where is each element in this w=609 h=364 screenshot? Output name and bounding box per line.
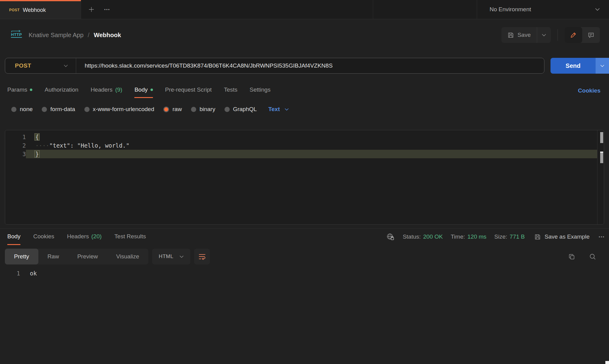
chevron-down-icon [542, 34, 546, 37]
send-split-button: Send [551, 58, 609, 74]
chevron-down-icon [595, 8, 600, 11]
tab-settings[interactable]: Settings [250, 86, 271, 98]
cookies-link[interactable]: Cookies [578, 87, 600, 98]
tab-bar: POST Webhook ••• No Environment [0, 0, 609, 19]
tab-tests[interactable]: Tests [224, 86, 237, 98]
edit-mode-button[interactable] [565, 27, 582, 43]
radio-selected-icon [163, 107, 169, 112]
scrollbar-marker[interactable] [600, 152, 603, 163]
breadcrumb-collection[interactable]: Knative Sample App [29, 32, 83, 39]
view-preview-button[interactable]: Preview [68, 249, 107, 264]
header-divider [558, 29, 558, 41]
line-number: 3 [5, 150, 26, 158]
line-number: 1 [5, 133, 26, 141]
code-text: "text": "Hello, world." [49, 142, 129, 149]
pencil-icon [570, 32, 577, 38]
radio-binary[interactable]: binary [191, 106, 215, 113]
url-input[interactable]: https://hooks.slack.com/services/T06TD83… [76, 62, 333, 69]
save-as-example-button[interactable]: Save as Example [534, 233, 590, 240]
wrap-text-button[interactable] [194, 249, 210, 264]
copy-icon [568, 253, 575, 260]
editor-overview-ruler [597, 130, 597, 224]
environment-selector[interactable]: No Environment [477, 0, 609, 19]
response-status[interactable]: Status: 200 OK [403, 233, 443, 240]
response-view-switch: Pretty Raw Preview Visualize [5, 249, 148, 264]
tab-pre-request-script[interactable]: Pre-request Script [165, 86, 212, 98]
headers-count: (9) [115, 86, 122, 93]
tab-authorization[interactable]: Authorization [44, 86, 78, 98]
radio-icon [11, 107, 16, 112]
response-tab-body[interactable]: Body [7, 233, 20, 245]
scrollbar-marker[interactable] [600, 132, 603, 143]
tab-title: Webhook [23, 7, 46, 13]
radio-graphql[interactable]: GraphQL [225, 106, 257, 113]
wrap-text-icon [198, 253, 206, 260]
radio-icon [191, 107, 196, 112]
raw-language-selector[interactable]: Text [268, 106, 289, 113]
comment-icon [588, 32, 594, 38]
editor-line: 1 { [5, 133, 604, 141]
radio-form-data[interactable]: form-data [42, 106, 75, 113]
view-visualize-button[interactable]: Visualize [107, 249, 148, 264]
breadcrumb-separator: / [88, 32, 90, 39]
response-toolbar: Pretty Raw Preview Visualize HTML [5, 249, 609, 264]
open-brace: { [34, 133, 40, 141]
network-globe-lock-icon[interactable] [386, 233, 395, 241]
view-pretty-button[interactable]: Pretty [5, 249, 38, 264]
radio-raw[interactable]: raw [163, 106, 182, 113]
floppy-disk-icon [508, 32, 514, 38]
tab-body[interactable]: Body [134, 86, 153, 98]
search-response-button[interactable] [589, 253, 596, 260]
save-button[interactable]: Save [501, 27, 537, 43]
chevron-down-icon [285, 108, 289, 111]
floppy-disk-icon [534, 234, 541, 240]
radio-x-www-form-urlencoded[interactable]: x-www-form-urlencoded [84, 106, 154, 113]
request-tabs: Params Authorization Headers (9) Body Pr… [0, 86, 609, 98]
response-format-selector[interactable]: HTML [152, 249, 190, 264]
response-options-button[interactable]: ••• [599, 235, 605, 239]
breadcrumb-request-name[interactable]: Webhook [94, 32, 121, 39]
comments-button[interactable] [582, 27, 600, 43]
body-type-selector: none form-data x-www-form-urlencoded raw… [0, 106, 609, 113]
line-number: 1 [0, 269, 20, 278]
tab-headers[interactable]: Headers (9) [90, 86, 122, 98]
chevron-down-icon [600, 65, 604, 67]
response-tab-headers[interactable]: Headers (20) [67, 233, 102, 245]
request-tab-webhook[interactable]: POST Webhook [0, 0, 81, 19]
response-tab-test-results[interactable]: Test Results [115, 233, 146, 245]
save-options-button[interactable] [537, 27, 551, 43]
tab-method-badge: POST [9, 8, 20, 12]
save-split-button: Save [501, 27, 551, 43]
more-dots-icon: ••• [104, 7, 110, 12]
chevron-down-icon [179, 255, 184, 258]
tab-options-button[interactable]: ••• [104, 7, 110, 12]
body-active-dot [150, 89, 153, 91]
view-raw-button[interactable]: Raw [38, 249, 68, 264]
response-time[interactable]: Time: 120 ms [451, 233, 486, 240]
response-size[interactable]: Size: 771 B [494, 233, 525, 240]
http-protocol-icon: HTTP [11, 32, 22, 38]
response-tab-cookies[interactable]: Cookies [33, 233, 54, 245]
send-options-button[interactable] [596, 58, 609, 74]
scroll-corner [605, 361, 609, 364]
close-brace: } [34, 150, 40, 158]
method-selector[interactable]: POST [5, 58, 76, 73]
response-headers-count: (20) [91, 233, 102, 240]
line-number: 2 [5, 141, 26, 150]
response-text: ok [20, 269, 37, 278]
copy-response-button[interactable] [568, 253, 575, 260]
request-body-editor[interactable]: 1 { 2 ····"text": "Hello, world." 3 } [5, 130, 604, 225]
search-icon [589, 253, 596, 260]
url-box: POST https://hooks.slack.com/services/T0… [5, 58, 544, 74]
request-bar: POST https://hooks.slack.com/services/T0… [5, 58, 609, 74]
status-badge: 200 OK [423, 233, 443, 240]
send-button[interactable]: Send [551, 58, 596, 74]
tab-params[interactable]: Params [7, 86, 32, 98]
radio-none[interactable]: none [11, 106, 33, 113]
radio-icon [225, 107, 230, 112]
editor-line-active: 3 } [5, 150, 604, 158]
mode-toggle-group [565, 27, 600, 43]
response-body-viewer[interactable]: 1 ok [0, 269, 609, 278]
topbar-divider [373, 0, 373, 19]
new-tab-button[interactable] [88, 6, 95, 13]
